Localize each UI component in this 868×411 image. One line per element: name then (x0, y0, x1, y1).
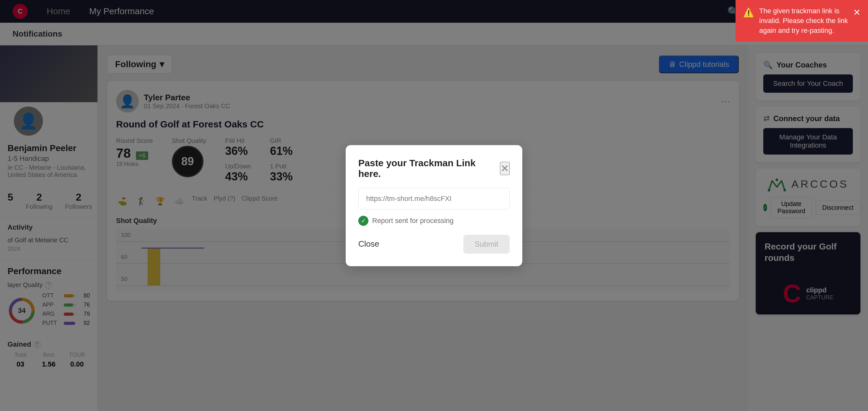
success-checkmark-icon: ✓ (358, 216, 368, 226)
trackman-link-input[interactable] (358, 188, 510, 210)
toast-close-button[interactable]: ✕ (853, 6, 861, 19)
modal-title: Paste your Trackman Link here. (358, 158, 500, 179)
modal-submit-btn[interactable]: Submit (463, 235, 510, 254)
modal-header: Paste your Trackman Link here. ✕ (358, 158, 510, 179)
modal-footer: Close Submit (358, 235, 510, 254)
success-text: Report sent for processing (372, 217, 454, 225)
modal-overlay: Paste your Trackman Link here. ✕ ✓ Repor… (0, 0, 868, 411)
error-toast: ⚠️ The given trackman link is invalid. P… (736, 0, 868, 42)
warning-icon: ⚠️ (743, 6, 754, 19)
error-message: The given trackman link is invalid. Plea… (759, 6, 848, 35)
trackman-modal: Paste your Trackman Link here. ✕ ✓ Repor… (346, 145, 522, 266)
modal-success-message: ✓ Report sent for processing (358, 216, 510, 226)
modal-close-text-btn[interactable]: Close (358, 239, 379, 249)
modal-close-btn[interactable]: ✕ (500, 162, 510, 175)
